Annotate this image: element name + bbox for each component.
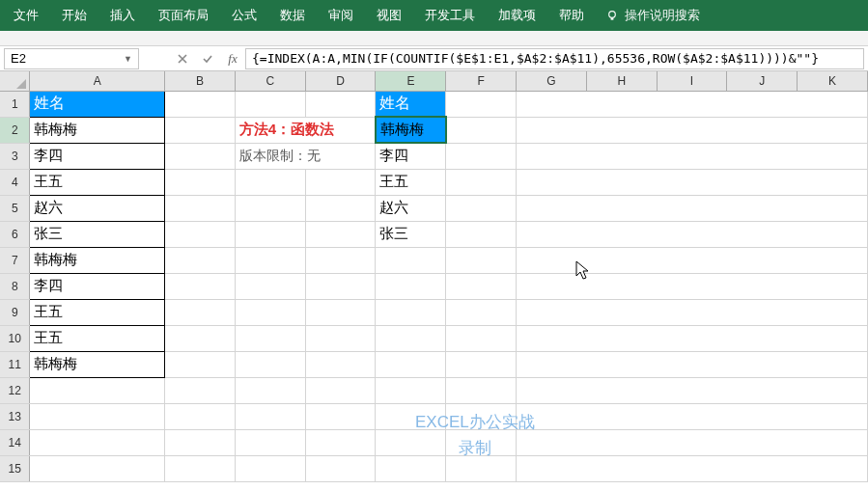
select-all-corner[interactable] [0, 71, 30, 91]
cell-B13[interactable] [165, 403, 236, 429]
cell-A9[interactable]: 王五 [30, 299, 165, 325]
cell-B14[interactable] [165, 429, 236, 455]
cell-E14[interactable] [376, 429, 446, 455]
cell-C12[interactable] [235, 377, 305, 403]
col-header-A[interactable]: A [30, 71, 165, 91]
cell-G10[interactable] [517, 325, 868, 351]
cell-B7[interactable] [165, 247, 236, 273]
cell-E15[interactable] [376, 455, 446, 481]
cell-B12[interactable] [165, 377, 236, 403]
col-header-I[interactable]: I [657, 71, 727, 91]
row-header-7[interactable]: 7 [0, 247, 30, 273]
cell-F13[interactable] [446, 403, 517, 429]
cell-E13[interactable] [376, 403, 446, 429]
cell-B1[interactable] [165, 91, 236, 117]
cell-D14[interactable] [305, 429, 376, 455]
cell-F6[interactable] [446, 221, 517, 247]
cell-A6[interactable]: 张三 [30, 221, 165, 247]
cell-G11[interactable] [517, 351, 868, 377]
cell-F12[interactable] [446, 377, 517, 403]
cell-A14[interactable] [30, 429, 165, 455]
cell-G8[interactable] [517, 273, 868, 299]
row-header-1[interactable]: 1 [0, 91, 30, 117]
cell-E3[interactable]: 李四 [376, 143, 446, 169]
name-box-dropdown-icon[interactable]: ▼ [124, 54, 132, 64]
cell-C15[interactable] [235, 455, 305, 481]
cell-B11[interactable] [165, 351, 236, 377]
col-header-C[interactable]: C [235, 71, 305, 91]
cell-A4[interactable]: 王五 [30, 169, 165, 195]
cell-G9[interactable] [517, 299, 868, 325]
cell-G15[interactable] [517, 455, 868, 481]
cell-A2[interactable]: 韩梅梅 [30, 117, 165, 143]
cell-F3[interactable] [446, 143, 517, 169]
cell-F7[interactable] [446, 247, 517, 273]
cell-F2[interactable] [446, 117, 517, 143]
row-header-15[interactable]: 15 [0, 455, 30, 481]
cell-E1[interactable]: 姓名 [376, 91, 446, 117]
cell-C1[interactable] [235, 91, 305, 117]
col-header-G[interactable]: G [517, 71, 587, 91]
tab-insert[interactable]: 插入 [98, 0, 147, 31]
cell-D5[interactable] [305, 195, 376, 221]
cell-A3[interactable]: 李四 [30, 143, 165, 169]
cell-E9[interactable] [376, 299, 446, 325]
col-header-J[interactable]: J [727, 71, 798, 91]
row-header-5[interactable]: 5 [0, 195, 30, 221]
cell-A8[interactable]: 李四 [30, 273, 165, 299]
formula-enter-button[interactable] [195, 48, 220, 69]
cell-B15[interactable] [165, 455, 236, 481]
row-header-2[interactable]: 2 [0, 117, 30, 143]
col-header-F[interactable]: F [446, 71, 517, 91]
cell-C8[interactable] [235, 273, 305, 299]
row-header-3[interactable]: 3 [0, 143, 30, 169]
tab-data[interactable]: 数据 [268, 0, 317, 31]
cell-B2[interactable] [165, 117, 236, 143]
cell-C6[interactable] [235, 221, 305, 247]
cell-D7[interactable] [305, 247, 376, 273]
cell-C14[interactable] [235, 429, 305, 455]
cell-C2[interactable]: 方法4：函数法 [235, 117, 376, 143]
tab-developer[interactable]: 开发工具 [413, 0, 487, 31]
worksheet-grid[interactable]: A B C D E F G H I J K 1 姓名 姓名 2 韩梅梅 方法4：… [0, 71, 868, 482]
cell-G5[interactable] [517, 195, 868, 221]
cell-D15[interactable] [305, 455, 376, 481]
cell-B3[interactable] [165, 143, 236, 169]
cell-E10[interactable] [376, 325, 446, 351]
cell-C5[interactable] [235, 195, 305, 221]
cell-B9[interactable] [165, 299, 236, 325]
cell-B10[interactable] [165, 325, 236, 351]
cell-G4[interactable] [517, 169, 868, 195]
cell-D9[interactable] [305, 299, 376, 325]
cell-A11[interactable]: 韩梅梅 [30, 351, 165, 377]
tab-home[interactable]: 开始 [50, 0, 98, 31]
cell-B8[interactable] [165, 273, 236, 299]
cell-G6[interactable] [517, 221, 868, 247]
tab-review[interactable]: 审阅 [317, 0, 365, 31]
cell-D12[interactable] [305, 377, 376, 403]
cell-C13[interactable] [235, 403, 305, 429]
col-header-E[interactable]: E [376, 71, 446, 91]
cell-D4[interactable] [305, 169, 376, 195]
row-header-4[interactable]: 4 [0, 169, 30, 195]
cell-D6[interactable] [305, 221, 376, 247]
row-header-9[interactable]: 9 [0, 299, 30, 325]
cell-D11[interactable] [305, 351, 376, 377]
tell-me[interactable]: 操作说明搜索 [596, 7, 710, 24]
cell-C10[interactable] [235, 325, 305, 351]
cell-F4[interactable] [446, 169, 517, 195]
cell-G7[interactable] [517, 247, 868, 273]
cell-A10[interactable]: 王五 [30, 325, 165, 351]
cell-E11[interactable] [376, 351, 446, 377]
cell-D10[interactable] [305, 325, 376, 351]
tab-help[interactable]: 帮助 [547, 0, 596, 31]
tab-formulas[interactable]: 公式 [220, 0, 268, 31]
column-headers[interactable]: A B C D E F G H I J K [0, 71, 868, 91]
cell-F1[interactable] [446, 91, 517, 117]
cell-F9[interactable] [446, 299, 517, 325]
row-header-10[interactable]: 10 [0, 325, 30, 351]
formula-input[interactable]: {=INDEX(A:A,MIN(IF(COUNTIF($E$1:E1,$A$2:… [245, 48, 864, 69]
cell-C3[interactable]: 版本限制：无 [235, 143, 376, 169]
cell-G1[interactable] [517, 91, 868, 117]
name-box[interactable]: E2 ▼ [4, 48, 139, 69]
